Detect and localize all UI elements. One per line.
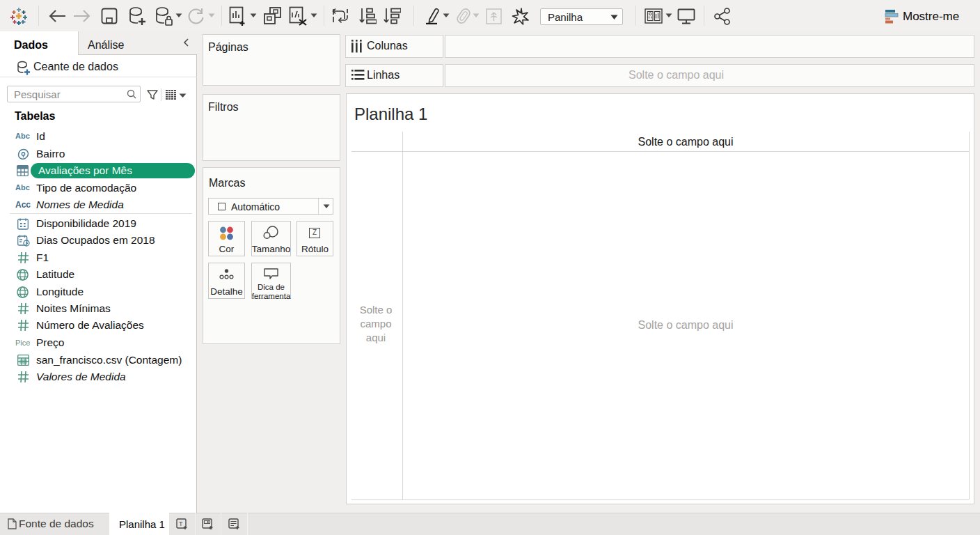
svg-text:T: T: [179, 520, 183, 527]
